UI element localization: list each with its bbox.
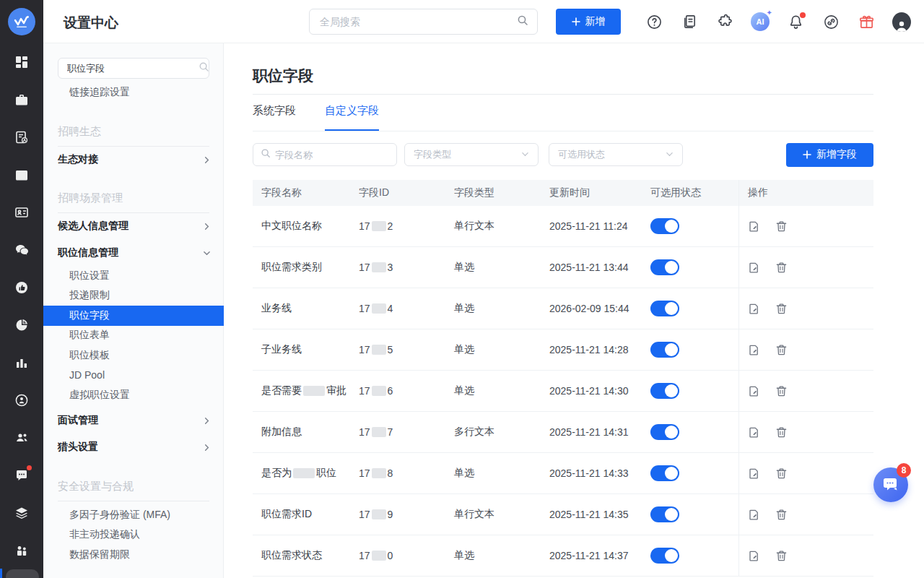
status-toggle[interactable] [650,342,679,358]
updated-time-cell: 2025-11-21 14:35 [541,494,642,535]
rail-bottom-pill[interactable] [6,569,39,578]
delete-field-button[interactable] [775,344,788,356]
delete-field-button[interactable] [775,426,788,439]
edit-field-button[interactable] [748,385,760,397]
edit-field-button[interactable] [748,262,760,274]
add-field-button[interactable]: 新增字段 [786,143,873,167]
thumbs-up-icon[interactable] [0,269,43,306]
support-chat-button[interactable]: 8 [873,467,908,502]
pie-chart-icon[interactable] [0,306,43,344]
global-search[interactable] [309,9,538,35]
security-submenu-item[interactable]: 数据保留期限 [43,545,224,565]
menu-item-link-tracking[interactable]: 链接追踪设置 [43,82,224,103]
edit-field-button[interactable] [748,344,760,356]
field-name-cell: 是否需要审批 [253,371,350,411]
help-icon[interactable] [645,12,663,31]
team-icon[interactable] [0,532,43,569]
field-name-cell: 附加信息 [253,412,350,452]
menu-item-interview-mgmt[interactable]: 面试管理 [43,410,224,431]
security-submenu-item[interactable]: 多因子身份验证 (MFA) [43,505,224,525]
edit-field-button[interactable] [748,220,760,233]
status-toggle[interactable] [650,383,679,399]
job-submenu-item[interactable]: 职位字段 [43,306,224,326]
delete-field-button[interactable] [775,385,788,397]
chevron-down-icon [203,249,211,257]
app-logo[interactable] [8,8,35,35]
chat-unread-badge: 8 [897,463,911,478]
delete-field-button[interactable] [775,303,788,315]
job-submenu-item[interactable]: 投递限制 [43,286,224,306]
delete-field-button[interactable] [775,509,788,521]
field-type-select[interactable]: 字段类型 [404,143,539,166]
chevron-down-icon [521,148,529,161]
calendar-icon[interactable] [0,156,43,194]
field-type-cell: 多行文本 [445,412,541,452]
field-type-cell: 单选 [445,288,541,329]
status-toggle[interactable] [650,218,679,234]
divider [58,212,209,213]
status-toggle[interactable] [650,548,679,564]
menu-item-eco-docking[interactable]: 生态对接 [43,150,224,170]
status-toggle[interactable] [650,506,679,522]
edit-field-button[interactable] [748,550,760,562]
column-header: 字段名称 [253,180,350,206]
security-submenu-item[interactable]: 非主动投递确认 [43,525,224,545]
resume-icon[interactable] [0,118,43,156]
global-search-input[interactable] [310,16,517,27]
job-submenu-item[interactable]: 职位设置 [43,266,224,286]
link-icon[interactable] [821,12,840,31]
status-toggle[interactable] [650,465,679,481]
status-toggle[interactable] [650,259,679,275]
bar-chart-icon[interactable] [0,344,43,381]
release-notes-icon[interactable] [680,12,699,31]
field-name-cell: 职位需求ID [253,494,350,535]
notifications-bell-icon[interactable] [786,12,805,31]
layers-icon[interactable] [0,494,43,532]
status-select[interactable]: 可选用状态 [549,143,683,166]
job-submenu-item[interactable]: 职位模板 [43,345,224,366]
job-submenu-item[interactable]: 职位表单 [43,326,224,346]
status-cell [642,371,738,411]
delete-field-button[interactable] [775,220,788,233]
menu-item-headhunter-settings[interactable]: 猎头设置 [43,437,224,457]
user-avatar[interactable] [892,12,911,31]
jobs-briefcase-icon[interactable] [0,81,43,118]
job-submenu: 职位设置 投递限制 职位字段 职位表单 职位模板 [43,266,224,405]
filter-bar: 字段类型 可选用状态 新增字段 [253,143,873,166]
edit-field-button[interactable] [748,509,760,521]
settings-menu-panel: 链接追踪设置 招聘生态 生态对接 招聘场景管理 候选人信息管理 职位信息管理 [43,43,224,578]
menu-search-input[interactable] [58,63,199,74]
edit-field-button[interactable] [748,426,760,439]
delete-field-button[interactable] [775,550,788,562]
job-submenu-item[interactable]: JD Pool [43,366,224,386]
menu-item-candidate-mgmt[interactable]: 候选人信息管理 [43,216,224,236]
delete-field-button[interactable] [775,467,788,480]
ai-assistant-icon[interactable]: AI ✦ [751,12,770,31]
menu-search[interactable] [58,58,209,79]
dashboard-icon[interactable] [0,43,43,81]
field-name-filter[interactable] [253,143,397,166]
menu-section-scene: 招聘场景管理 [58,191,209,205]
status-toggle[interactable] [650,424,679,440]
field-type-cell: 单选 [445,247,541,288]
delete-field-button[interactable] [775,262,788,274]
tab[interactable]: 系统字段 [253,104,296,131]
status-toggle[interactable] [650,301,679,316]
plugins-puzzle-icon[interactable] [715,12,734,31]
wechat-icon[interactable] [0,231,43,269]
id-card-icon[interactable] [0,194,43,231]
field-name-input[interactable] [271,150,408,160]
edit-field-button[interactable] [748,303,760,315]
gift-icon[interactable] [857,12,876,31]
messages-icon[interactable] [0,457,43,494]
actions-cell [738,288,873,329]
people-icon[interactable] [0,419,43,457]
status-cell [642,412,738,452]
edit-field-button[interactable] [748,467,760,480]
person-circle-icon[interactable] [0,381,43,419]
job-submenu-item[interactable]: 虚拟职位设置 [43,385,224,405]
menu-item-job-info-mgmt[interactable]: 职位信息管理 [43,243,224,263]
tab[interactable]: 自定义字段 [325,104,379,131]
menu-section-ecosystem: 招聘生态 [58,125,209,139]
add-button[interactable]: 新增 [556,9,621,35]
